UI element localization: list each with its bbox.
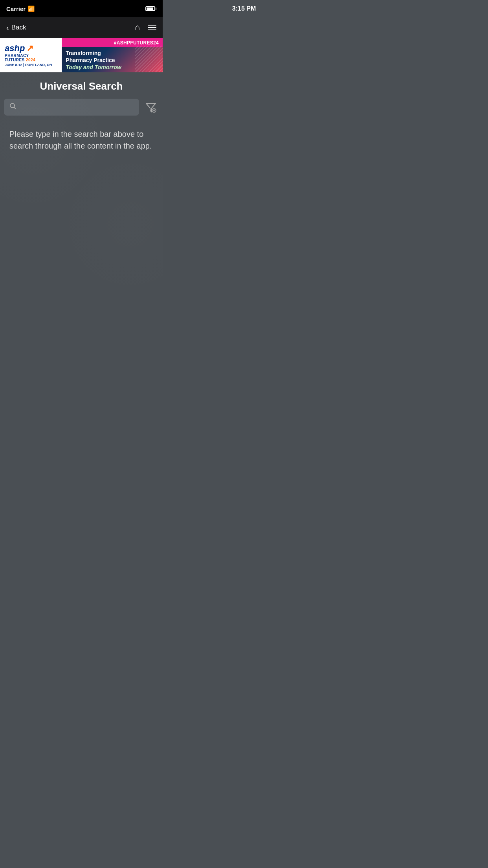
svg-line-1	[14, 107, 16, 109]
filter-button[interactable]	[143, 99, 159, 115]
search-input-wrapper[interactable]	[4, 99, 139, 116]
tagline-text: TransformingPharmacy PracticeToday and T…	[66, 50, 121, 71]
hashtag-text: #ASHPFUTURES24	[114, 40, 159, 46]
hamburger-line-2	[148, 27, 156, 28]
status-bar-right	[145, 6, 156, 11]
hashtag-bar: #ASHPFUTURES24	[62, 38, 163, 47]
page-title: Universal Search	[0, 72, 163, 99]
wifi-icon: 📶	[28, 6, 35, 12]
main-content: Universal Search Please type in the	[0, 72, 163, 289]
chevron-left-icon: ‹	[6, 24, 9, 31]
ashp-bird-icon: ↗	[26, 43, 33, 53]
home-icon[interactable]: ⌂	[135, 22, 140, 33]
tagline-line1: TransformingPharmacy Practice	[66, 50, 115, 63]
hamburger-line-1	[148, 25, 156, 26]
banner-tagline-section: #ASHPFUTURES24 TransformingPharmacy Prac…	[62, 38, 163, 72]
banner-tagline: TransformingPharmacy PracticeToday and T…	[62, 47, 163, 72]
pharmacy-futures-label: PHARMACYFUTURES 2024	[5, 53, 35, 62]
search-hint-text: Please type in the search bar above to s…	[0, 122, 163, 158]
search-icon	[9, 103, 17, 112]
back-label: Back	[11, 24, 26, 31]
event-date-location: JUNE 8-12 | PORTLAND, OR	[5, 63, 52, 67]
search-input[interactable]	[20, 103, 134, 111]
tagline-italic: Today and Tomorrow	[66, 64, 121, 70]
nav-right-icons: ⌂	[135, 22, 156, 33]
battery-icon	[145, 6, 156, 11]
banner: ashp ↗ PHARMACYFUTURES 2024 JUNE 8-12 | …	[0, 38, 163, 72]
carrier-label: Carrier	[6, 6, 26, 12]
ashp-brand-text: ashp	[5, 43, 25, 53]
status-bar: Carrier 📶 3:15 PM	[0, 0, 163, 17]
nav-bar: ‹ Back ⌂	[0, 17, 163, 38]
back-button[interactable]: ‹ Back	[6, 24, 26, 31]
filter-icon	[145, 102, 156, 113]
status-bar-left: Carrier 📶	[6, 6, 35, 12]
ashp-logo: ashp ↗ PHARMACYFUTURES 2024	[5, 43, 35, 62]
search-container	[0, 99, 163, 122]
menu-icon[interactable]	[148, 25, 156, 30]
hamburger-line-3	[148, 29, 156, 30]
banner-logo-section: ashp ↗ PHARMACYFUTURES 2024 JUNE 8-12 | …	[0, 38, 62, 72]
